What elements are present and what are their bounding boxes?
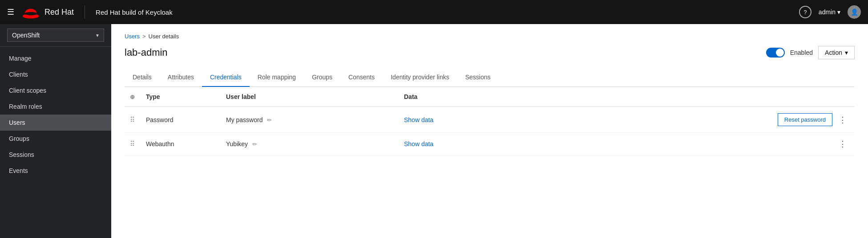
sidebar-item-client-scopes[interactable]: Client scopes [0, 82, 111, 98]
sidebar-item-label: Clients [9, 71, 28, 78]
help-button[interactable]: ? [799, 6, 811, 18]
page-header-right: Enabled Action ▾ [766, 46, 855, 59]
drag-handle-icon[interactable]: ⠿ [130, 140, 135, 148]
user-caret-icon: ▾ [837, 8, 840, 16]
redhat-logo-icon [21, 4, 40, 20]
enabled-label: Enabled [790, 49, 813, 56]
brand-name: Red Hat [44, 8, 74, 17]
user-menu[interactable]: admin ▾ [819, 8, 840, 16]
drag-handle-cell: ⠿ [125, 107, 141, 133]
type-cell: Webauthn [141, 133, 221, 156]
breadcrumb-parent-link[interactable]: Users [125, 33, 140, 40]
sidebar-item-label: Manage [9, 55, 32, 62]
sidebar-item-label: Sessions [9, 151, 34, 158]
table-help-icon[interactable]: ⊕ [130, 94, 135, 100]
sidebar-item-label: Users [9, 119, 25, 126]
reset-password-button[interactable]: Reset password [778, 113, 832, 126]
tab-identity-provider-links[interactable]: Identity provider links [383, 68, 457, 87]
tab-attributes[interactable]: Attributes [160, 68, 202, 87]
sidebar-item-clients[interactable]: Clients [0, 66, 111, 82]
page-title: lab-admin [125, 47, 168, 58]
actions-cell: Reset password ⋮ [757, 107, 855, 133]
brand-logo: Red Hat [21, 4, 74, 20]
credentials-table: ⊕ Type User label Data ⠿ Password My pas [125, 87, 855, 156]
sidebar: OpenShift Manage Clients Client scopes R… [0, 24, 111, 238]
col-drag-header: ⊕ [125, 87, 141, 107]
sidebar-item-label: Client scopes [9, 87, 46, 94]
kebab-menu-button[interactable]: ⋮ [836, 139, 849, 149]
sidebar-item-events[interactable]: Events [0, 163, 111, 179]
navbar-divider [85, 5, 85, 19]
col-data-header: Data [399, 87, 757, 107]
col-label-header: User label [221, 87, 399, 107]
edit-label-icon[interactable]: ✏ [267, 117, 272, 123]
action-caret-icon: ▾ [845, 49, 848, 56]
tab-role-mapping[interactable]: Role mapping [250, 68, 304, 87]
realm-selector[interactable]: OpenShift [0, 24, 111, 47]
enabled-toggle[interactable] [766, 48, 785, 57]
hamburger-icon[interactable]: ☰ [7, 7, 14, 17]
drag-handle-cell: ⠿ [125, 133, 141, 156]
breadcrumb: Users > User details [125, 33, 855, 40]
avatar[interactable]: 👤 [848, 5, 861, 19]
tab-sessions[interactable]: Sessions [457, 68, 499, 87]
sidebar-item-groups[interactable]: Groups [0, 131, 111, 147]
sidebar-item-label: Realm roles [9, 103, 42, 110]
sidebar-item-users[interactable]: Users [0, 115, 111, 131]
breadcrumb-separator: > [142, 33, 146, 40]
tab-groups[interactable]: Groups [304, 68, 340, 87]
sidebar-item-label: Groups [9, 135, 29, 142]
data-cell: Show data [399, 107, 757, 133]
kebab-menu-button[interactable]: ⋮ [836, 115, 849, 125]
tabs: Details Attributes Credentials Role mapp… [125, 68, 855, 87]
edit-label-icon[interactable]: ✏ [252, 141, 257, 148]
sidebar-item-manage[interactable]: Manage [0, 50, 111, 66]
svg-point-1 [24, 12, 36, 15]
tab-details[interactable]: Details [125, 68, 160, 87]
sidebar-nav: Manage Clients Client scopes Realm roles… [0, 47, 111, 182]
page-header: lab-admin Enabled Action ▾ [125, 46, 855, 59]
drag-handle-icon[interactable]: ⠿ [130, 116, 135, 123]
layout: OpenShift Manage Clients Client scopes R… [0, 24, 868, 238]
col-type-header: Type [141, 87, 221, 107]
data-cell: Show data [399, 133, 757, 156]
col-actions-header [757, 87, 855, 107]
show-data-link[interactable]: Show data [404, 116, 433, 123]
sidebar-item-realm-roles[interactable]: Realm roles [0, 98, 111, 115]
table-row: ⠿ Webauthn Yubikey ✏ Show data ⋮ [125, 133, 855, 156]
user-label-cell: My password ✏ [221, 107, 399, 133]
realm-dropdown[interactable]: OpenShift [7, 29, 104, 42]
type-cell: Password [141, 107, 221, 133]
show-data-link[interactable]: Show data [404, 140, 433, 148]
navbar: ☰ Red Hat Red Hat build of Keycloak ? ad… [0, 0, 868, 24]
user-label-text: Yubikey [226, 140, 248, 148]
app-title: Red Hat build of Keycloak [96, 8, 173, 16]
action-label: Action [825, 49, 842, 56]
user-label-text: My password [226, 116, 262, 123]
sidebar-item-sessions[interactable]: Sessions [0, 147, 111, 163]
action-button[interactable]: Action ▾ [818, 46, 855, 59]
actions-cell: ⋮ [757, 133, 855, 156]
tab-credentials[interactable]: Credentials [202, 68, 250, 87]
user-label-cell: Yubikey ✏ [221, 133, 399, 156]
navbar-right: ? admin ▾ 👤 [799, 5, 861, 19]
username-label: admin [819, 8, 836, 16]
sidebar-item-label: Events [9, 167, 28, 174]
table-row: ⠿ Password My password ✏ Show data Reset… [125, 107, 855, 133]
tab-consents[interactable]: Consents [340, 68, 383, 87]
main-content: Users > User details lab-admin Enabled A… [111, 24, 868, 238]
breadcrumb-current: User details [149, 33, 179, 40]
